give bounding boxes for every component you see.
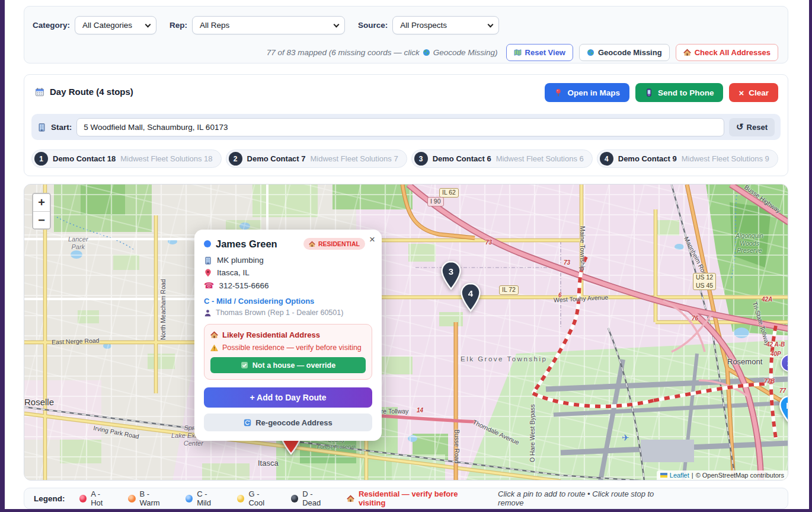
house-icon [683, 49, 691, 56]
rep-select[interactable]: All Reps [192, 16, 345, 34]
zoom-out-button[interactable]: − [33, 211, 50, 228]
route-stop-chip[interactable]: 3 Demo Contact 6 Midwest Fleet Solutions… [411, 150, 593, 168]
map-label: Maine Township [578, 226, 586, 271]
leaflet-link[interactable]: Leaflet [670, 472, 689, 479]
legend-bar: Legend: A - Hot B - Warm C - Mild G - Co… [24, 488, 788, 509]
source-label: Source: [358, 21, 388, 30]
route-stops-row: 1 Demo Contact 18 Midwest Fleet Solution… [31, 150, 778, 168]
map-label: North Meacham Road [159, 279, 167, 340]
warning-text: Possible residence — verify before visit… [222, 344, 362, 352]
ukraine-flag-icon [660, 473, 667, 478]
legend-item-residential: Residential — verify before visiting [347, 489, 484, 507]
category-value: All Categories [82, 21, 132, 30]
route-stop-chip[interactable]: 2 Demo Contact 7 Midwest Fleet Solutions… [226, 150, 407, 168]
contact-name: James Green [216, 238, 277, 250]
contact-rep: Thomas Brown (Rep 1 - Dealer 60501) [216, 309, 343, 317]
add-to-day-route-button[interactable]: + Add to Day Route [204, 387, 372, 408]
source-select[interactable]: All Prospects [392, 16, 499, 34]
building-icon [37, 123, 46, 132]
map-label: 40P [771, 351, 781, 358]
house-icon [210, 331, 218, 339]
attribution-separator: | [692, 472, 693, 479]
open-in-maps-label: Open in Maps [567, 88, 620, 97]
map-attribution: Leaflet | © OpenStreetMap contributors [657, 470, 788, 480]
clear-route-button[interactable]: × Clear [729, 83, 778, 102]
map-label: 73 [564, 259, 570, 266]
legend-residential-label: Residential — verify before visiting [359, 489, 484, 507]
zoom-in-button[interactable]: + [33, 194, 50, 211]
map-label: O Hare West Bypass [529, 404, 536, 462]
location-pin-icon [204, 269, 212, 277]
undo-icon: ↺ [736, 122, 744, 132]
open-in-maps-button[interactable]: Open in Maps [545, 83, 629, 102]
warning-title: Likely Residential Address [210, 330, 366, 339]
legend-label: C - Mild [197, 489, 223, 507]
send-to-phone-button[interactable]: Send to Phone [635, 83, 724, 102]
stop-number-badge: 2 [229, 152, 242, 166]
category-select[interactable]: All Categories [75, 16, 156, 34]
start-reset-label: Reset [747, 123, 768, 132]
legend-item-cool: G - Cool [237, 489, 277, 507]
stop-company: Midwest Fleet Solutions 18 [120, 154, 212, 163]
warning-text-line: Possible residence — verify before visit… [210, 344, 366, 352]
map-label: 73 [485, 239, 492, 246]
map-label: 6 [558, 292, 562, 299]
house-icon [309, 241, 315, 247]
override-not-house-button[interactable]: Not a house — override [210, 357, 366, 373]
stop-number-badge: 3 [414, 152, 428, 166]
dead-dot-icon [291, 495, 299, 503]
map-label: IL 62 [439, 188, 459, 198]
map-icon [514, 49, 522, 56]
legend-item-dead: D - Dead [291, 489, 333, 507]
regeocode-button[interactable]: Re-geocode Address [204, 414, 372, 431]
map-container: IL 62 I 90 US 12 US 45 IL 72 West Touhy … [24, 184, 788, 481]
pin-E[interactable]: E [778, 395, 788, 424]
legend-item-mild: C - Mild [186, 489, 223, 507]
status-prefix: 77 of 83 mapped (6 missing coords — clic… [267, 48, 420, 57]
stop-company: Midwest Fleet Solutions 7 [311, 154, 398, 163]
globe-icon [587, 49, 594, 56]
calendar-icon [35, 87, 44, 97]
warning-triangle-icon [210, 344, 218, 352]
day-route-actions: Open in Maps Send to Phone × Clear [545, 83, 778, 102]
start-reset-button[interactable]: ↺ Reset [729, 118, 775, 136]
zoom-control: + − [32, 193, 51, 230]
rep-label: Rep: [170, 21, 187, 30]
check-all-addresses-button[interactable]: Check All Addresses [676, 44, 778, 61]
residential-badge: RESIDENTIAL [303, 238, 365, 250]
override-label: Not a house — override [252, 361, 335, 370]
category-dot-mild [204, 240, 211, 247]
map-label: 42 A-B [766, 341, 785, 348]
geocode-missing-button[interactable]: Geocode Missing [579, 44, 670, 61]
map-label: 77B [764, 378, 775, 385]
mapped-status: 77 of 83 mapped (6 missing coords — clic… [267, 48, 498, 57]
stop-company: Midwest Fleet Solutions 6 [496, 154, 584, 163]
legend-item-hot: A - Hot [79, 489, 114, 507]
stop-name: Demo Contact 18 [53, 154, 116, 163]
contact-rep-line: Thomas Brown (Rep 1 - Dealer 60501) [204, 309, 372, 317]
map-label: Rosemont [727, 357, 762, 367]
contact-phone-line: ☎ 312-515-6666 [204, 281, 372, 290]
map-label: I 90 [427, 197, 444, 206]
person-icon [204, 309, 212, 317]
stop-company: Midwest Fleet Solutions 9 [682, 154, 769, 163]
legend-item-warm: B - Warm [128, 489, 171, 507]
contact-location-line: Itasca, IL [204, 268, 372, 277]
route-stop-chip[interactable]: 4 Demo Contact 9 Midwest Fleet Solutions… [597, 150, 778, 168]
contact-location: Itasca, IL [217, 268, 250, 277]
day-route-title-text: Day Route (4 stops) [50, 87, 133, 97]
reset-view-button[interactable]: Reset View [506, 44, 573, 61]
send-to-phone-label: Send to Phone [658, 88, 714, 97]
pin-number: 4 [468, 288, 474, 298]
regeocode-label: Re-geocode Address [255, 418, 333, 427]
map-label: Lancer Park [68, 236, 88, 251]
legend-title: Legend: [34, 494, 65, 503]
osm-attribution: © OpenStreetMap contributors [696, 472, 784, 479]
stop-name: Demo Contact 9 [618, 154, 677, 163]
start-address-input[interactable] [76, 118, 724, 136]
reset-view-label: Reset View [525, 48, 565, 57]
map-label: are Tollway [378, 408, 408, 415]
route-stop-chip[interactable]: 1 Demo Contact 18 Midwest Fleet Solution… [31, 150, 222, 168]
route-pin-4[interactable]: 4 [459, 282, 482, 312]
popup-close-button[interactable]: × [369, 234, 375, 246]
